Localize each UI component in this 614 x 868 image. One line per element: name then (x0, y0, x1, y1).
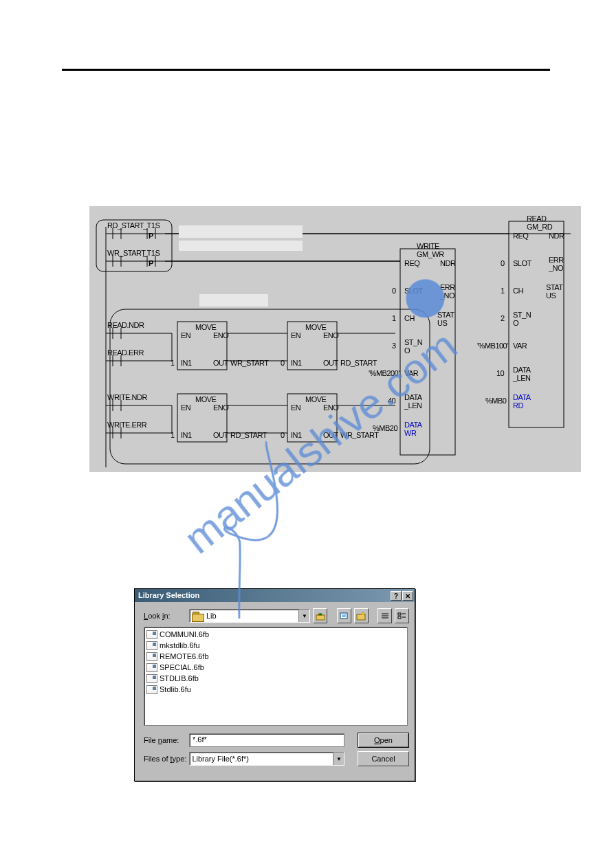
cancel-button[interactable]: Cancel (358, 751, 409, 766)
dialog-title: Library Selection (138, 591, 199, 599)
move-label: MOVE (195, 395, 216, 403)
val-one-b: 1 (171, 431, 175, 439)
list-item[interactable]: Stdlib.6fu (146, 684, 405, 695)
val-rd-start: RD_START (230, 431, 267, 439)
contact-t1s-a: _T1S (143, 221, 160, 230)
contact-t1s-b: _T1S (143, 249, 160, 257)
library-selection-dialog: Library Selection ? ✕ Look in: Lib ▼ (134, 588, 415, 781)
val-zero-b: 0 (281, 431, 285, 439)
file-name-label: File name: (144, 736, 186, 744)
svg-rect-46 (357, 614, 365, 620)
list-item[interactable]: STDLIB.6fb (146, 673, 405, 684)
list-item[interactable]: mkstdlib.6fu (146, 640, 405, 651)
pulse-b: P (149, 259, 153, 267)
look-in-value: Lib (206, 612, 217, 620)
svg-rect-14 (110, 309, 430, 464)
move-label: MOVE (195, 323, 216, 331)
contact-wr-start: WR_START (107, 249, 146, 257)
in1-label: IN1 (291, 431, 302, 439)
gmwr-title2: GM_WR (417, 250, 444, 258)
contact-write-err: WRITE.ERR (107, 421, 146, 429)
svg-rect-51 (398, 616, 401, 619)
file-icon (146, 641, 157, 650)
up-one-level-button[interactable] (313, 608, 327, 623)
en-label: EN (291, 331, 300, 340)
move-label: MOVE (305, 323, 326, 331)
val-one-a: 1 (171, 359, 175, 367)
chevron-down-icon[interactable]: ▼ (333, 753, 344, 765)
val-zero-a: 0 (281, 359, 285, 367)
contact-rd-start: RD_START (107, 221, 144, 230)
open-button[interactable]: Open (358, 733, 409, 748)
in1-label: IN1 (181, 431, 192, 439)
en-label: EN (181, 331, 190, 340)
eno-label: ENO (213, 331, 228, 340)
gmrd-title1: READ (527, 214, 547, 223)
file-name-input[interactable]: *.6f* (189, 733, 344, 747)
eno-label: ENO (323, 403, 338, 412)
contact-write-ndr: WRITE.NDR (107, 393, 147, 401)
val-wr-start: WR_START (230, 359, 269, 367)
file-icon (146, 630, 157, 639)
list-item[interactable]: COMMUNI.6fb (146, 629, 405, 640)
file-icon (146, 652, 157, 661)
move-label: MOVE (305, 395, 326, 403)
eno-label: ENO (213, 403, 228, 412)
in1-label: IN1 (291, 359, 302, 367)
out-label: OUT (213, 431, 228, 439)
files-of-type-value: Library File(*.6f*) (192, 755, 249, 763)
chevron-down-icon[interactable]: ▼ (298, 610, 309, 622)
details-view-button[interactable] (395, 608, 409, 623)
out-label: OUT (323, 359, 338, 367)
contact-read-ndr: READ.NDR (107, 321, 144, 329)
en-label: EN (181, 403, 190, 412)
close-button[interactable]: ✕ (402, 591, 413, 601)
svg-rect-45 (342, 614, 346, 617)
contact-read-err: READ.ERR (107, 348, 144, 357)
file-icon (146, 663, 157, 672)
gmwr-title1: WRITE (417, 242, 439, 250)
out-label: OUT (213, 359, 228, 367)
file-list[interactable]: COMMUNI.6fb mkstdlib.6fu REMOTE6.6fb SPE… (144, 627, 408, 726)
ladder-diagram: RD_START _T1S WR_START _T1S P P READ.NDR… (89, 206, 581, 472)
val-rd-start2: RD_START (340, 359, 377, 367)
svg-rect-43 (316, 615, 325, 620)
desktop-button[interactable] (337, 608, 351, 623)
folder-icon (192, 611, 204, 621)
pulse-a: P (149, 232, 153, 240)
svg-rect-50 (398, 613, 401, 615)
out-label: OUT (323, 431, 338, 439)
new-folder-button[interactable] (354, 608, 369, 623)
help-button[interactable]: ? (391, 591, 402, 601)
look-in-dropdown[interactable]: Lib ▼ (189, 609, 310, 623)
file-icon (146, 674, 157, 683)
list-item[interactable]: REMOTE6.6fb (146, 651, 405, 662)
en-label: EN (291, 403, 300, 412)
look-in-label: Look in: (144, 612, 186, 620)
file-icon (146, 685, 157, 694)
files-of-type-label: Files of type: (144, 755, 186, 763)
list-view-button[interactable] (377, 608, 392, 623)
eno-label: ENO (323, 331, 338, 340)
dialog-titlebar[interactable]: Library Selection ? ✕ (135, 589, 415, 602)
in1-label: IN1 (181, 359, 192, 367)
files-of-type-dropdown[interactable]: Library File(*.6f*) ▼ (189, 752, 344, 766)
gmrd-title2: GM_RD (527, 223, 552, 231)
list-item[interactable]: SPECIAL.6fb (146, 662, 405, 673)
